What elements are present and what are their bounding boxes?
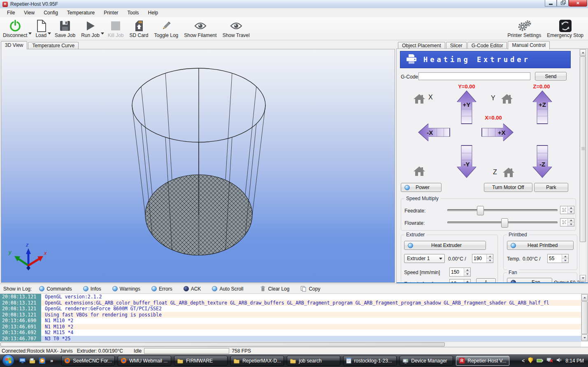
extrude-amount-value[interactable] [450,279,464,283]
load-dropdown-arrow[interactable] [48,32,51,35]
heat-printbed-button[interactable]: Heat Printbed [507,241,574,250]
taskbar-clock[interactable]: 8:14 PM [565,358,586,364]
fan-button[interactable]: Fan [507,278,552,283]
send-button[interactable]: Send [535,72,567,81]
show-travel-button[interactable]: Show Travel [220,18,253,39]
panel-scrollbar[interactable] [579,49,586,282]
flowrate-value[interactable] [560,219,567,226]
quick-launch-overflow-chevron[interactable]: » [48,358,56,364]
spin-up[interactable] [562,254,568,259]
media-player-icon[interactable] [38,357,46,365]
taskbar-button-device-manager[interactable]: Device Manager [400,356,453,366]
spin-up[interactable] [464,279,470,283]
flowrate-slider-thumb[interactable] [501,218,508,228]
speaker-icon[interactable] [556,358,562,364]
printer-settings-button[interactable]: Printer Settings [504,18,544,39]
park-button[interactable]: Park [534,183,568,192]
power-button[interactable]: Power [401,183,442,192]
turn-motor-off-button[interactable]: Turn Motor Off [484,183,532,192]
sd-card-button[interactable]: SD Card [127,18,151,39]
home-y-button[interactable] [500,93,514,106]
log-hscrollbar[interactable] [0,342,581,347]
feedrate-slider[interactable] [447,206,558,214]
run-job-dropdown-arrow[interactable] [101,32,104,35]
tab-temperature-curve[interactable]: Temperature Curve [28,42,79,49]
taskbar-button-repetier-host[interactable]: R Repetier-Host V... [456,356,509,366]
spin-up[interactable] [568,206,574,210]
jog-minus-x-button[interactable]: -X [418,123,450,141]
scroll-up-button[interactable] [581,294,588,301]
disconnect-dropdown-arrow[interactable] [28,32,32,35]
show-desktop-icon[interactable] [18,357,26,365]
menu-config[interactable]: Config [39,9,63,17]
toggle-infos[interactable]: Infos [83,286,101,292]
menu-printer[interactable]: Printer [99,9,123,17]
minimize-button[interactable] [545,0,557,7]
scrollbar-thumb[interactable] [580,56,586,242]
scrollbar-thumb[interactable] [0,342,445,346]
log-output[interactable]: 20:08:13.121OpenGL version:2.1.2 20:08:1… [0,294,581,342]
spin-up[interactable] [568,219,574,223]
shield-icon[interactable] [528,357,533,365]
copy-button[interactable]: Copy [300,286,320,292]
log-vscrollbar[interactable] [581,294,588,342]
taskbar-button-firmware[interactable]: FIRMWARE [174,356,228,366]
scroll-up-button[interactable] [580,49,586,56]
flowrate-slider[interactable] [447,218,558,226]
battery-icon[interactable] [537,358,543,364]
spin-down[interactable] [487,259,493,263]
taskbar-button-repetiermax[interactable]: RepetierMAX-D... [230,356,284,366]
heat-extruder-button[interactable]: Heat Extruder [404,241,486,250]
menu-temperature[interactable]: Temperature [63,9,99,17]
feedrate-value[interactable] [560,206,567,214]
network-icon[interactable] [546,358,553,364]
menu-help[interactable]: Help [144,9,163,17]
tab-manual-control[interactable]: Manual Control [508,41,549,49]
extruder-select[interactable]: Extruder 1 [404,254,445,263]
run-job-button[interactable]: Run Job [78,18,102,39]
show-filament-button[interactable]: Show Filament [181,18,219,39]
spin-down[interactable] [568,223,574,226]
toggle-warnings[interactable]: Warnings [112,286,140,292]
jog-plus-x-button[interactable]: +X [481,123,514,141]
gcode-input[interactable] [418,72,530,80]
spin-up[interactable] [487,254,493,259]
close-button[interactable]: ✕ [569,0,587,7]
taskbar-button-job-search[interactable]: job search [287,356,340,366]
jog-plus-z-button[interactable]: +Z [532,90,552,124]
scroll-down-button[interactable] [581,335,588,341]
extruder-speed-value[interactable] [450,268,464,276]
feedrate-slider-thumb[interactable] [477,206,484,215]
scrollbar-thumb[interactable] [581,301,588,334]
spin-down[interactable] [562,259,568,263]
emergency-stop-button[interactable]: Emergency Stop [544,18,586,39]
spin-up[interactable] [464,268,470,272]
extrude-button[interactable] [476,278,496,283]
disconnect-button[interactable]: Disconnect [0,18,30,39]
jog-minus-z-button[interactable]: -Z [532,145,552,178]
taskbar-button-seemecnc[interactable]: SeeMeCNC For... [61,356,115,366]
tray-expand-chevron[interactable]: < [522,358,525,364]
clear-log-button[interactable]: Clear Log [260,286,289,292]
menu-view[interactable]: View [19,9,39,17]
jog-minus-y-button[interactable]: -Y [457,145,476,178]
toggle-ack[interactable]: ACK [184,286,201,292]
scroll-down-button[interactable] [580,275,586,282]
toggle-commands[interactable]: Commands [39,286,72,292]
home-z-button[interactable] [502,166,516,179]
load-button[interactable]: Load [33,18,49,39]
spin-down[interactable] [464,272,470,277]
explorer-icon[interactable] [28,357,36,365]
menu-file[interactable]: File [2,9,19,17]
taskbar-button-rostocklog[interactable]: rostocklog-1-23... [343,356,397,366]
spin-down[interactable] [568,210,574,214]
toggle-errors[interactable]: Errors [151,286,172,292]
toggle-log-button[interactable]: Toggle Log [151,18,181,39]
jog-plus-y-button[interactable]: +Y [457,90,476,124]
maximize-button[interactable] [557,0,569,7]
save-job-button[interactable]: Save Job [52,18,78,39]
extruder-target-value[interactable] [472,254,486,263]
home-all-button[interactable] [412,165,426,178]
menu-tools[interactable]: Tools [123,9,144,17]
toggle-auto-scroll[interactable]: Auto Scroll [212,286,243,292]
